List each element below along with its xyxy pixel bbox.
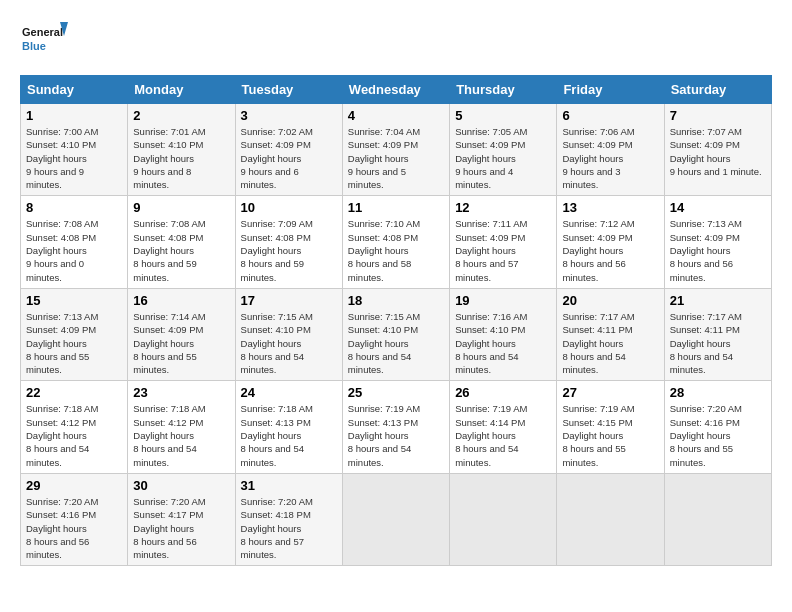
day-number: 17 [241, 293, 337, 308]
day-number: 11 [348, 200, 444, 215]
svg-text:Blue: Blue [22, 40, 46, 52]
day-number: 15 [26, 293, 122, 308]
calendar-cell: 8 Sunrise: 7:08 AM Sunset: 4:08 PM Dayli… [21, 196, 128, 288]
col-header-saturday: Saturday [664, 76, 771, 104]
day-number: 23 [133, 385, 229, 400]
day-info: Sunrise: 7:20 AM Sunset: 4:18 PM Dayligh… [241, 495, 337, 561]
day-info: Sunrise: 7:17 AM Sunset: 4:11 PM Dayligh… [562, 310, 658, 376]
header: General Blue [20, 20, 772, 65]
day-number: 27 [562, 385, 658, 400]
svg-text:General: General [22, 26, 63, 38]
day-info: Sunrise: 7:15 AM Sunset: 4:10 PM Dayligh… [241, 310, 337, 376]
day-info: Sunrise: 7:07 AM Sunset: 4:09 PM Dayligh… [670, 125, 766, 178]
day-info: Sunrise: 7:15 AM Sunset: 4:10 PM Dayligh… [348, 310, 444, 376]
calendar-cell: 2 Sunrise: 7:01 AM Sunset: 4:10 PM Dayli… [128, 104, 235, 196]
day-number: 2 [133, 108, 229, 123]
day-number: 7 [670, 108, 766, 123]
calendar-cell: 6 Sunrise: 7:06 AM Sunset: 4:09 PM Dayli… [557, 104, 664, 196]
col-header-friday: Friday [557, 76, 664, 104]
day-number: 8 [26, 200, 122, 215]
day-info: Sunrise: 7:19 AM Sunset: 4:15 PM Dayligh… [562, 402, 658, 468]
day-info: Sunrise: 7:19 AM Sunset: 4:14 PM Dayligh… [455, 402, 551, 468]
day-number: 25 [348, 385, 444, 400]
day-number: 31 [241, 478, 337, 493]
logo: General Blue [20, 20, 70, 65]
calendar-cell: 24 Sunrise: 7:18 AM Sunset: 4:13 PM Dayl… [235, 381, 342, 473]
col-header-sunday: Sunday [21, 76, 128, 104]
calendar-cell: 17 Sunrise: 7:15 AM Sunset: 4:10 PM Dayl… [235, 288, 342, 380]
day-number: 26 [455, 385, 551, 400]
day-info: Sunrise: 7:08 AM Sunset: 4:08 PM Dayligh… [133, 217, 229, 283]
day-info: Sunrise: 7:00 AM Sunset: 4:10 PM Dayligh… [26, 125, 122, 191]
day-info: Sunrise: 7:20 AM Sunset: 4:16 PM Dayligh… [670, 402, 766, 468]
calendar-cell: 28 Sunrise: 7:20 AM Sunset: 4:16 PM Dayl… [664, 381, 771, 473]
calendar-cell: 22 Sunrise: 7:18 AM Sunset: 4:12 PM Dayl… [21, 381, 128, 473]
week-row: 22 Sunrise: 7:18 AM Sunset: 4:12 PM Dayl… [21, 381, 772, 473]
calendar-cell: 31 Sunrise: 7:20 AM Sunset: 4:18 PM Dayl… [235, 473, 342, 565]
day-number: 22 [26, 385, 122, 400]
day-number: 21 [670, 293, 766, 308]
day-info: Sunrise: 7:10 AM Sunset: 4:08 PM Dayligh… [348, 217, 444, 283]
day-info: Sunrise: 7:19 AM Sunset: 4:13 PM Dayligh… [348, 402, 444, 468]
calendar-cell: 1 Sunrise: 7:00 AM Sunset: 4:10 PM Dayli… [21, 104, 128, 196]
day-number: 12 [455, 200, 551, 215]
day-info: Sunrise: 7:11 AM Sunset: 4:09 PM Dayligh… [455, 217, 551, 283]
calendar-cell: 12 Sunrise: 7:11 AM Sunset: 4:09 PM Dayl… [450, 196, 557, 288]
day-info: Sunrise: 7:09 AM Sunset: 4:08 PM Dayligh… [241, 217, 337, 283]
calendar-cell: 30 Sunrise: 7:20 AM Sunset: 4:17 PM Dayl… [128, 473, 235, 565]
calendar-cell: 15 Sunrise: 7:13 AM Sunset: 4:09 PM Dayl… [21, 288, 128, 380]
day-number: 19 [455, 293, 551, 308]
day-number: 1 [26, 108, 122, 123]
day-number: 3 [241, 108, 337, 123]
day-info: Sunrise: 7:17 AM Sunset: 4:11 PM Dayligh… [670, 310, 766, 376]
day-number: 16 [133, 293, 229, 308]
calendar-cell: 16 Sunrise: 7:14 AM Sunset: 4:09 PM Dayl… [128, 288, 235, 380]
day-number: 14 [670, 200, 766, 215]
day-number: 28 [670, 385, 766, 400]
day-info: Sunrise: 7:18 AM Sunset: 4:12 PM Dayligh… [26, 402, 122, 468]
calendar-cell: 18 Sunrise: 7:15 AM Sunset: 4:10 PM Dayl… [342, 288, 449, 380]
day-number: 29 [26, 478, 122, 493]
calendar-cell [450, 473, 557, 565]
day-info: Sunrise: 7:20 AM Sunset: 4:17 PM Dayligh… [133, 495, 229, 561]
calendar-cell: 20 Sunrise: 7:17 AM Sunset: 4:11 PM Dayl… [557, 288, 664, 380]
calendar-cell: 14 Sunrise: 7:13 AM Sunset: 4:09 PM Dayl… [664, 196, 771, 288]
day-number: 10 [241, 200, 337, 215]
day-number: 30 [133, 478, 229, 493]
day-info: Sunrise: 7:20 AM Sunset: 4:16 PM Dayligh… [26, 495, 122, 561]
day-info: Sunrise: 7:14 AM Sunset: 4:09 PM Dayligh… [133, 310, 229, 376]
calendar-cell: 19 Sunrise: 7:16 AM Sunset: 4:10 PM Dayl… [450, 288, 557, 380]
day-number: 18 [348, 293, 444, 308]
day-info: Sunrise: 7:12 AM Sunset: 4:09 PM Dayligh… [562, 217, 658, 283]
day-number: 20 [562, 293, 658, 308]
day-number: 9 [133, 200, 229, 215]
week-row: 1 Sunrise: 7:00 AM Sunset: 4:10 PM Dayli… [21, 104, 772, 196]
day-number: 5 [455, 108, 551, 123]
col-header-thursday: Thursday [450, 76, 557, 104]
calendar-cell: 9 Sunrise: 7:08 AM Sunset: 4:08 PM Dayli… [128, 196, 235, 288]
day-info: Sunrise: 7:02 AM Sunset: 4:09 PM Dayligh… [241, 125, 337, 191]
week-row: 15 Sunrise: 7:13 AM Sunset: 4:09 PM Dayl… [21, 288, 772, 380]
calendar-cell: 3 Sunrise: 7:02 AM Sunset: 4:09 PM Dayli… [235, 104, 342, 196]
calendar-cell: 26 Sunrise: 7:19 AM Sunset: 4:14 PM Dayl… [450, 381, 557, 473]
week-row: 29 Sunrise: 7:20 AM Sunset: 4:16 PM Dayl… [21, 473, 772, 565]
day-info: Sunrise: 7:18 AM Sunset: 4:12 PM Dayligh… [133, 402, 229, 468]
calendar-cell: 7 Sunrise: 7:07 AM Sunset: 4:09 PM Dayli… [664, 104, 771, 196]
logo-svg: General Blue [20, 20, 70, 65]
day-info: Sunrise: 7:04 AM Sunset: 4:09 PM Dayligh… [348, 125, 444, 191]
calendar-cell [557, 473, 664, 565]
day-info: Sunrise: 7:13 AM Sunset: 4:09 PM Dayligh… [26, 310, 122, 376]
day-info: Sunrise: 7:01 AM Sunset: 4:10 PM Dayligh… [133, 125, 229, 191]
day-info: Sunrise: 7:13 AM Sunset: 4:09 PM Dayligh… [670, 217, 766, 283]
calendar-cell: 21 Sunrise: 7:17 AM Sunset: 4:11 PM Dayl… [664, 288, 771, 380]
calendar-cell: 27 Sunrise: 7:19 AM Sunset: 4:15 PM Dayl… [557, 381, 664, 473]
calendar-cell: 5 Sunrise: 7:05 AM Sunset: 4:09 PM Dayli… [450, 104, 557, 196]
day-number: 4 [348, 108, 444, 123]
day-number: 6 [562, 108, 658, 123]
day-info: Sunrise: 7:16 AM Sunset: 4:10 PM Dayligh… [455, 310, 551, 376]
day-info: Sunrise: 7:05 AM Sunset: 4:09 PM Dayligh… [455, 125, 551, 191]
calendar-table: SundayMondayTuesdayWednesdayThursdayFrid… [20, 75, 772, 566]
week-row: 8 Sunrise: 7:08 AM Sunset: 4:08 PM Dayli… [21, 196, 772, 288]
calendar-cell: 13 Sunrise: 7:12 AM Sunset: 4:09 PM Dayl… [557, 196, 664, 288]
day-number: 13 [562, 200, 658, 215]
